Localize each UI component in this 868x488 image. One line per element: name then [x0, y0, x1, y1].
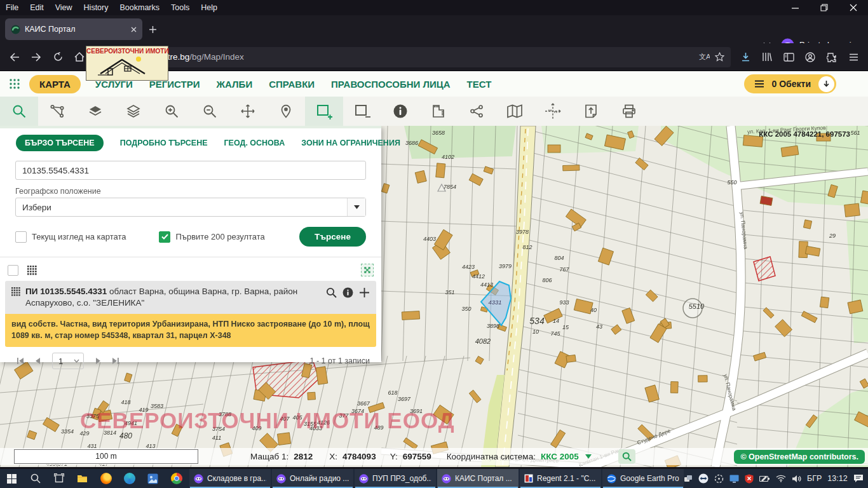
- info-tool[interactable]: [381, 97, 419, 126]
- crs-dropdown-caret[interactable]: [585, 454, 592, 459]
- firefox-icon[interactable]: [94, 469, 118, 488]
- result-header[interactable]: ПИ 10135.5545.4331 област Варна, община …: [5, 281, 376, 314]
- tray-overflow-icon[interactable]: [684, 475, 693, 482]
- select-all-results-checkbox[interactable]: [8, 265, 18, 276]
- objects-download-button[interactable]: [818, 76, 834, 92]
- account-icon[interactable]: [799, 46, 821, 68]
- extensions-puzzle-icon[interactable]: [821, 46, 843, 68]
- clock[interactable]: 13:12: [827, 474, 847, 483]
- forward-button[interactable]: [25, 46, 47, 68]
- next-page-button[interactable]: [90, 357, 107, 365]
- layers-tool[interactable]: [114, 97, 153, 126]
- nav-item-karta[interactable]: КАРТА: [29, 75, 81, 93]
- edge-icon[interactable]: [118, 469, 141, 488]
- current-view-checkbox[interactable]: [15, 231, 27, 243]
- select-rect-remove-tool[interactable]: [343, 97, 381, 126]
- reload-button[interactable]: [47, 46, 69, 68]
- nav-item-pravosposobni-litsa[interactable]: ПРАВОСПОСОБНИ ЛИЦА: [331, 79, 451, 90]
- result-card[interactable]: ПИ 10135.5545.4331 област Варна, община …: [5, 281, 376, 347]
- nav-item-zhalbi[interactable]: ЖАЛБИ: [217, 79, 253, 90]
- downloads-icon[interactable]: [735, 46, 756, 68]
- menu-file[interactable]: File: [0, 3, 24, 12]
- select-rect-add-tool[interactable]: [305, 97, 343, 126]
- sync-icon[interactable]: [714, 474, 724, 484]
- nav-item-test[interactable]: ТЕСТ: [467, 79, 492, 90]
- start-button[interactable]: [0, 469, 24, 488]
- library-icon[interactable]: [756, 46, 778, 68]
- pan-tool[interactable]: [229, 97, 267, 126]
- crs-value[interactable]: ККС 2005: [541, 452, 579, 461]
- zoom-to-result-icon[interactable]: [326, 287, 337, 298]
- export-tool[interactable]: [572, 97, 610, 126]
- input-language[interactable]: БГР: [807, 474, 822, 483]
- route-tool[interactable]: [38, 97, 76, 126]
- menu-tools[interactable]: Tools: [165, 3, 195, 12]
- window-restore-button[interactable]: [810, 0, 839, 15]
- notification-center-icon[interactable]: [853, 474, 864, 483]
- menu-edit[interactable]: Edit: [24, 3, 50, 12]
- print-tool[interactable]: [610, 97, 648, 126]
- map-sheet-tool[interactable]: [496, 97, 534, 126]
- window-minimize-button[interactable]: [780, 0, 810, 15]
- taskbar-window-button[interactable]: Google Earth Pro: [602, 469, 684, 488]
- first-page-button[interactable]: [11, 357, 29, 365]
- tab-geodetic-basis[interactable]: ГЕОД. ОСНОВА: [224, 139, 285, 147]
- prev-page-button[interactable]: [29, 357, 46, 365]
- window-close-button[interactable]: [839, 0, 868, 15]
- battery-pen-icon[interactable]: [759, 475, 770, 482]
- menu-help[interactable]: Help: [195, 3, 223, 12]
- osm-attribution[interactable]: © OpenStreetMap contributors.: [734, 450, 865, 464]
- geo-location-select[interactable]: Избери: [15, 198, 366, 217]
- tab-detailed-search[interactable]: ПОДРОБНО ТЪРСЕНЕ: [120, 139, 208, 147]
- last-page-button[interactable]: [107, 357, 125, 365]
- tab-quick-search[interactable]: БЪРЗО ТЪРСЕНЕ: [16, 135, 104, 151]
- zoom-out-tool[interactable]: [191, 97, 229, 126]
- taskbar-window-button[interactable]: Regent 2.1 - "C...: [520, 469, 601, 488]
- search-input[interactable]: [15, 161, 366, 180]
- taskbar-window-button[interactable]: Складове в гра...: [189, 469, 271, 488]
- sidebar-icon[interactable]: [778, 46, 799, 68]
- menu-view[interactable]: View: [50, 3, 78, 12]
- result-info-icon[interactable]: [342, 287, 353, 298]
- display-icon[interactable]: [729, 475, 739, 483]
- translate-icon[interactable]: 文A: [699, 52, 710, 62]
- select-caret-icon[interactable]: [347, 198, 365, 216]
- task-view-icon[interactable]: [47, 469, 71, 488]
- tab-close-icon[interactable]: [131, 27, 137, 32]
- browser-tab[interactable]: КАИС Портал: [5, 18, 142, 40]
- file-explorer-icon[interactable]: [71, 469, 94, 488]
- expand-results-icon[interactable]: [361, 264, 374, 276]
- page-number-select[interactable]: 1: [52, 353, 84, 369]
- taskbar-search-icon[interactable]: [24, 469, 47, 488]
- photos-app-icon[interactable]: [141, 469, 165, 488]
- layers-filled-tool[interactable]: [76, 97, 114, 126]
- measure-tool[interactable]: [419, 97, 458, 126]
- chrome-icon[interactable]: [165, 469, 188, 488]
- search-button[interactable]: Търсене: [299, 227, 366, 247]
- map-container[interactable]: 3658368641027854440339788124423441244133…: [0, 126, 868, 467]
- tab-restriction-zones[interactable]: ЗОНИ НА ОГРАНИЧЕНИЯ: [301, 139, 400, 147]
- apps-grid-icon[interactable]: [9, 78, 20, 90]
- teamviewer-icon[interactable]: [698, 473, 709, 484]
- add-result-icon[interactable]: [359, 287, 370, 298]
- bookmark-star-icon[interactable]: [715, 52, 724, 62]
- menu-history[interactable]: History: [78, 3, 114, 12]
- share-tool[interactable]: [458, 97, 496, 126]
- taskbar-window-button[interactable]: ПУП ПРЗ_одоб...: [355, 469, 436, 488]
- first200-checkbox[interactable]: [159, 231, 170, 243]
- nav-item-spravki[interactable]: СПРАВКИ: [269, 79, 315, 90]
- back-button[interactable]: [4, 46, 25, 68]
- url-bar[interactable]: kais.cadastre.bg/bg/Map/Index 文A: [94, 47, 731, 67]
- zoom-in-tool[interactable]: [153, 97, 191, 126]
- menu-bookmarks[interactable]: Bookmarks: [114, 3, 165, 12]
- antivirus-shield-icon[interactable]: [745, 474, 754, 484]
- volume-icon[interactable]: [792, 475, 801, 483]
- new-tab-button[interactable]: [149, 25, 157, 34]
- app-menu-icon[interactable]: [843, 46, 864, 68]
- wifi-icon[interactable]: [776, 475, 786, 482]
- coordinate-axes-tool[interactable]: [534, 97, 572, 126]
- location-pin-tool[interactable]: [267, 97, 305, 126]
- search-tool[interactable]: [0, 97, 38, 126]
- taskbar-window-button[interactable]: КАИС Портал ...: [437, 469, 519, 488]
- taskbar-window-button[interactable]: Онлайн радио ...: [272, 469, 353, 488]
